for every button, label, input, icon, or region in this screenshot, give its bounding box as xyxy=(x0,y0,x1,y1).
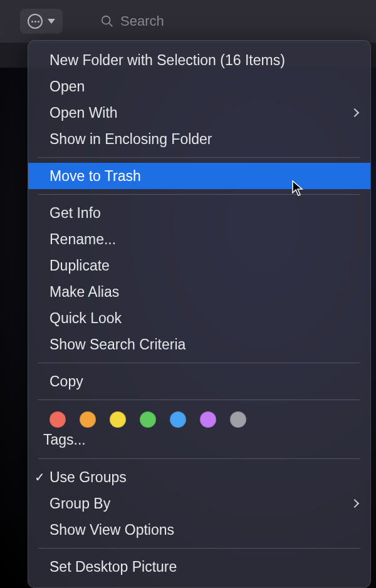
menu-separator xyxy=(38,458,360,459)
menu-item-label: Group By xyxy=(50,495,110,512)
menu-item-group-by[interactable]: Group By xyxy=(28,490,370,517)
menu-item-new-folder-with-selection[interactable]: New Folder with Selection (16 Items) xyxy=(28,47,370,73)
menu-item-show-search-criteria[interactable]: Show Search Criteria xyxy=(28,331,370,358)
menu-item-get-info[interactable]: Get Info xyxy=(28,200,370,226)
tag-orange[interactable] xyxy=(80,411,96,428)
chevron-right-icon xyxy=(350,108,359,117)
menu-separator xyxy=(38,363,360,363)
tag-purple[interactable] xyxy=(200,411,216,428)
menu-separator xyxy=(38,194,360,195)
menu-item-label: Rename... xyxy=(50,231,116,248)
menu-item-label: Quick Look xyxy=(50,310,122,327)
context-menu: New Folder with Selection (16 Items) Ope… xyxy=(28,40,371,588)
menu-item-tags[interactable]: Tags... xyxy=(28,428,370,453)
menu-item-label: New Folder with Selection (16 Items) xyxy=(50,52,285,69)
chevron-right-icon xyxy=(350,499,359,508)
toolbar-action-button[interactable] xyxy=(20,9,63,34)
search-field[interactable] xyxy=(100,13,233,29)
menu-separator xyxy=(38,157,360,158)
menu-item-label: Get Info xyxy=(50,205,101,222)
menu-item-use-groups[interactable]: ✓ Use Groups xyxy=(28,464,370,490)
menu-item-label: Show Search Criteria xyxy=(50,336,185,353)
menu-item-rename[interactable]: Rename... xyxy=(28,226,370,252)
menu-item-open[interactable]: Open xyxy=(28,73,370,100)
menu-item-label: Make Alias xyxy=(50,284,119,301)
menu-item-set-desktop-picture[interactable]: Set Desktop Picture xyxy=(28,554,370,580)
menu-separator xyxy=(38,400,360,400)
menu-item-label: Set Desktop Picture xyxy=(50,559,177,575)
search-icon xyxy=(100,14,114,28)
menu-separator xyxy=(38,548,360,549)
menu-item-quick-look[interactable]: Quick Look xyxy=(28,305,370,331)
menu-item-show-view-options[interactable]: Show View Options xyxy=(28,517,370,543)
svg-line-1 xyxy=(109,23,112,26)
menu-item-label: Use Groups xyxy=(50,469,127,486)
menu-item-label: Show View Options xyxy=(50,522,174,539)
checkmark-icon: ✓ xyxy=(34,470,45,485)
menu-item-move-to-trash[interactable]: Move to Trash xyxy=(28,163,370,189)
search-input[interactable] xyxy=(120,13,233,29)
tag-red[interactable] xyxy=(50,411,66,428)
menu-item-label: Open xyxy=(50,78,85,95)
menu-item-show-in-enclosing-folder[interactable]: Show in Enclosing Folder xyxy=(28,126,370,152)
menu-item-label: Open With xyxy=(50,105,118,121)
menu-item-make-alias[interactable]: Make Alias xyxy=(28,279,370,305)
more-options-icon xyxy=(28,14,43,29)
menu-item-duplicate[interactable]: Duplicate xyxy=(28,252,370,279)
menu-item-label: Move to Trash xyxy=(50,168,141,185)
tag-gray[interactable] xyxy=(230,411,246,428)
tag-color-row xyxy=(28,405,370,428)
tag-yellow[interactable] xyxy=(110,411,126,428)
chevron-down-icon xyxy=(48,19,55,24)
menu-item-label: Duplicate xyxy=(50,257,110,274)
menu-item-copy[interactable]: Copy xyxy=(28,368,370,395)
menu-item-open-with[interactable]: Open With xyxy=(28,100,370,126)
tag-green[interactable] xyxy=(140,411,156,428)
menu-item-label: Copy xyxy=(50,373,83,390)
tag-blue[interactable] xyxy=(170,411,186,428)
svg-point-0 xyxy=(102,16,110,24)
toolbar xyxy=(0,0,376,43)
menu-item-label: Show in Enclosing Folder xyxy=(50,131,212,148)
menu-item-label: Tags... xyxy=(43,431,86,448)
